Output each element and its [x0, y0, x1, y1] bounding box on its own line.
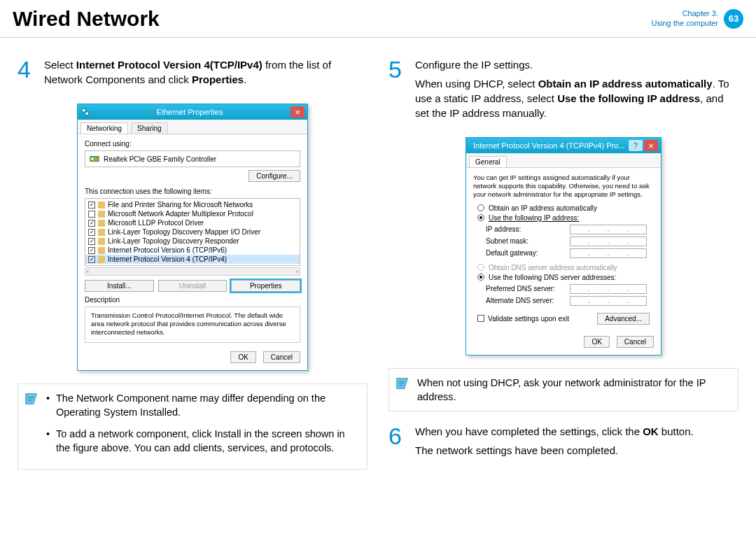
titlebar: Ethernet Properties ✕: [78, 104, 307, 120]
close-icon[interactable]: ✕: [290, 106, 304, 118]
list-item[interactable]: Microsoft Network Adapter Multiplexor Pr…: [85, 209, 300, 218]
step-5: 5 Configure the IP settings. When using …: [388, 57, 738, 125]
radio-use-dns[interactable]: Use the following DNS server addresses:: [477, 274, 654, 281]
dialog-title: Ethernet Properties: [90, 108, 289, 116]
items-label: This connection uses the following items…: [85, 188, 300, 195]
close-icon[interactable]: ✕: [644, 140, 658, 151]
step-5-line1: Configure the IP settings.: [415, 57, 738, 72]
properties-button[interactable]: Properties: [231, 280, 300, 292]
svg-rect-1: [85, 112, 88, 115]
default-gateway-field[interactable]: ...: [570, 248, 647, 258]
note-left: The Network Component name may differ de…: [18, 383, 368, 470]
note-text: When not using DHCP, ask your network ad…: [417, 376, 728, 404]
step-4-text: Select Internet Protocol Version 4(TCP/I…: [44, 57, 368, 87]
cancel-button[interactable]: Cancel: [263, 351, 300, 363]
list-item[interactable]: Internet Protocol Version 6 (TCP/IPv6): [85, 246, 300, 255]
header-meta: Chapter 3. Using the computer 63: [652, 9, 743, 29]
step-number: 4: [18, 57, 37, 91]
step-6-line2: The network settings have been completed…: [415, 443, 694, 458]
note-bullet: To add a network component, click Instal…: [46, 427, 357, 456]
step-number: 5: [388, 57, 408, 125]
list-item[interactable]: Link-Layer Topology Discovery Mapper I/O…: [85, 227, 300, 237]
tcpip-properties-dialog: Internet Protocol Version 4 (TCP/IPv4) P…: [465, 137, 662, 355]
ok-button[interactable]: OK: [584, 336, 609, 348]
page-number-badge: 63: [724, 9, 743, 29]
list-item-selected[interactable]: Internet Protocol Version 4 (TCP/IPv4): [85, 255, 300, 264]
ok-button[interactable]: OK: [230, 351, 255, 363]
components-list[interactable]: File and Printer Sharing for Microsoft N…: [85, 198, 300, 266]
component-icon: [98, 238, 105, 245]
chapter-subtitle: Using the computer: [652, 19, 718, 28]
step-number: 6: [388, 424, 408, 462]
component-icon: [98, 229, 105, 236]
ethernet-properties-dialog: Ethernet Properties ✕ Networking Sharing…: [77, 104, 308, 371]
ip-address-field[interactable]: ...: [570, 225, 647, 234]
advanced-button[interactable]: Advanced...: [597, 313, 650, 325]
tabstrip: Networking Sharing: [78, 120, 307, 134]
cancel-button[interactable]: Cancel: [617, 336, 654, 348]
network-icon: [80, 107, 90, 117]
component-icon: [98, 247, 105, 254]
svg-rect-3: [92, 157, 94, 160]
preferred-dns-row: Preferred DNS server:...: [486, 284, 654, 294]
validate-checkbox[interactable]: Validate settings upon exit: [477, 315, 569, 323]
note-icon: [395, 376, 410, 391]
page-title: Wired Network: [13, 7, 652, 31]
component-icon: [98, 220, 105, 227]
tab-networking[interactable]: Networking: [80, 122, 128, 134]
chapter-label: Chapter 3.: [682, 9, 718, 18]
description-label: Description: [85, 296, 300, 304]
radio-obtain-ip[interactable]: Obtain an IP address automatically: [477, 204, 654, 212]
list-item[interactable]: Link-Layer Topology Discovery Responder: [85, 237, 300, 246]
note-icon: [24, 391, 39, 407]
list-item[interactable]: File and Printer Sharing for Microsoft N…: [85, 200, 300, 209]
radio-use-ip[interactable]: Use the following IP address:: [477, 214, 654, 222]
adapter-box: Realtek PCIe GBE Family Controller: [85, 150, 300, 167]
page-header: Wired Network Chapter 3. Using the compu…: [0, 0, 756, 38]
svg-rect-0: [83, 109, 85, 112]
adapter-name: Realtek PCIe GBE Family Controller: [104, 155, 216, 163]
adapter-icon: [90, 154, 99, 164]
component-icon: [98, 211, 105, 218]
note-bullet: The Network Component name may differ de…: [46, 391, 357, 420]
component-icon: [98, 256, 105, 263]
alternate-dns-row: Alternate DNS server:...: [486, 296, 654, 306]
step-6: 6 When you have completed the settings, …: [388, 424, 738, 462]
titlebar: Internet Protocol Version 4 (TCP/IPv4) P…: [466, 138, 661, 153]
configure-button[interactable]: Configure...: [248, 170, 300, 182]
subnet-mask-field[interactable]: ...: [570, 237, 647, 246]
tcp-intro-text: You can get IP settings assigned automat…: [473, 174, 654, 199]
description-text: Transmission Control Protocol/Internet P…: [85, 306, 300, 343]
help-icon[interactable]: ?: [629, 140, 643, 151]
component-icon: [98, 202, 105, 209]
subnet-mask-row: Subnet mask:...: [486, 237, 654, 246]
connect-using-label: Connect using:: [85, 140, 300, 148]
default-gateway-row: Default gateway:...: [486, 248, 654, 258]
scroll-right-icon[interactable]: ›: [296, 268, 298, 275]
preferred-dns-field[interactable]: ...: [570, 284, 647, 294]
step-4: 4 Select Internet Protocol Version 4(TCP…: [18, 57, 368, 91]
radio-obtain-dns: Obtain DNS server address automatically: [477, 264, 654, 271]
scroll-left-icon[interactable]: ‹: [87, 268, 89, 275]
alternate-dns-field[interactable]: ...: [570, 296, 647, 306]
step-5-line2: When using DHCP, select Obtain an IP add…: [415, 76, 738, 120]
note-right: When not using DHCP, ask your network ad…: [388, 368, 738, 412]
step-6-line1: When you have completed the settings, cl…: [415, 424, 694, 439]
ip-address-row: IP address:...: [486, 225, 654, 234]
install-button[interactable]: Install...: [85, 280, 154, 292]
tab-general[interactable]: General: [469, 156, 507, 167]
horizontal-scrollbar[interactable]: ‹ ›: [85, 267, 300, 276]
tab-sharing[interactable]: Sharing: [131, 122, 167, 134]
dialog-title: Internet Protocol Version 4 (TCP/IPv4) P…: [469, 141, 627, 150]
uninstall-button[interactable]: Uninstall: [158, 280, 227, 292]
list-item[interactable]: Microsoft LLDP Protocol Driver: [85, 218, 300, 227]
